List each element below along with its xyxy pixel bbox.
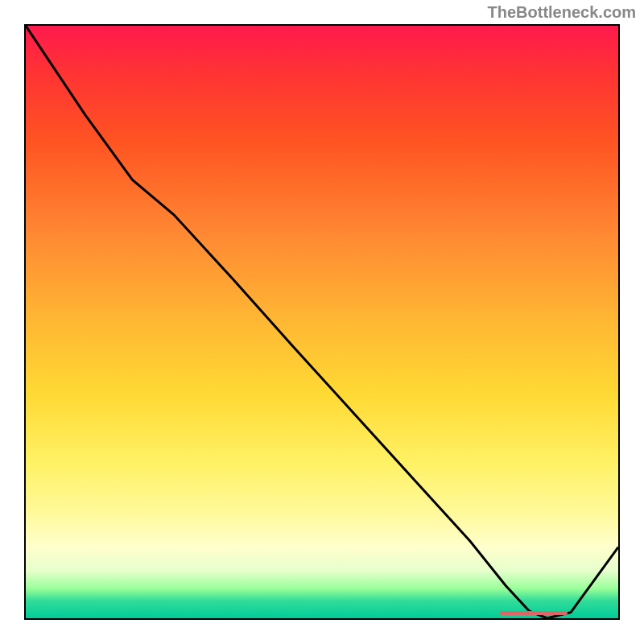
attribution-text: TheBottleneck.com [488,3,636,22]
bottleneck-curve [26,26,618,618]
chart-area [24,24,620,620]
optimal-range-marker [500,611,568,615]
